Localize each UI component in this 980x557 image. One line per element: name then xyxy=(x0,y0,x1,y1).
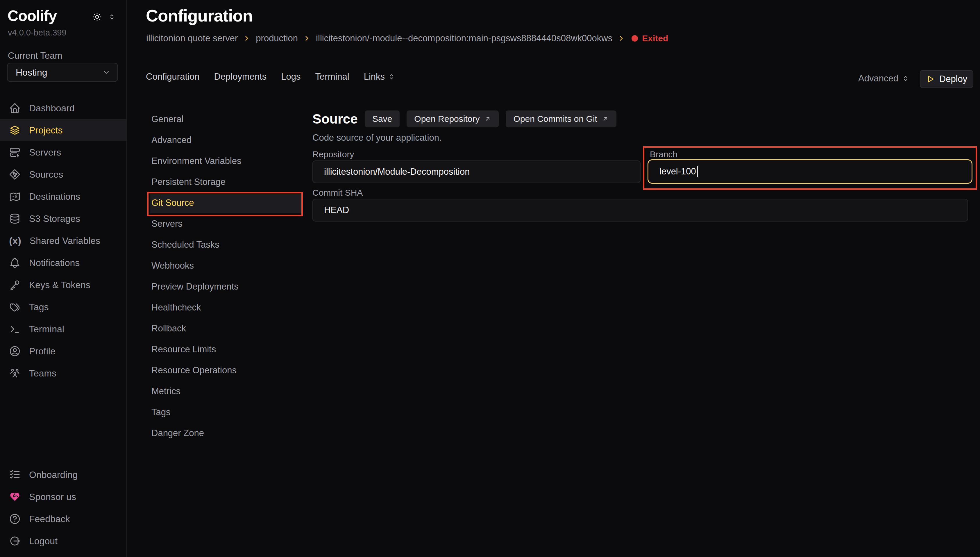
sidebar-item-onboarding[interactable]: Onboarding xyxy=(0,464,127,486)
team-select[interactable]: Hosting xyxy=(7,63,118,82)
server-icon xyxy=(9,146,21,158)
repository-input[interactable]: illicitestonion/Module-Decomposition xyxy=(312,160,640,183)
subnav-item-persistent-storage[interactable]: Persistent Storage xyxy=(150,171,301,192)
heart-handshake-icon xyxy=(9,491,21,503)
subnav-item-environment-variables[interactable]: Environment Variables xyxy=(150,151,301,171)
sidebar-nav: Dashboard Projects Servers Sources Desti… xyxy=(0,97,127,384)
home-icon xyxy=(9,102,21,114)
sidebar-item-profile[interactable]: Profile xyxy=(0,340,127,362)
tab-links[interactable]: Links xyxy=(364,72,395,82)
sidebar-footer-nav: Onboarding Sponsor us Feedback Logout xyxy=(0,464,127,552)
subnav-item-scheduled-tasks[interactable]: Scheduled Tasks xyxy=(150,234,301,255)
sidebar-item-s3-storages[interactable]: S3 Storages xyxy=(0,208,127,230)
sidebar-item-label: Onboarding xyxy=(29,469,78,480)
subnav-item-resource-limits[interactable]: Resource Limits xyxy=(150,339,301,360)
tab-configuration[interactable]: Configuration xyxy=(146,72,199,82)
breadcrumb-application[interactable]: illicitestonion/-module--decomposition:m… xyxy=(316,33,612,44)
page-title: Configuration xyxy=(146,6,253,25)
subnav-item-preview-deployments[interactable]: Preview Deployments xyxy=(150,276,301,297)
sidebar-item-label: Notifications xyxy=(29,257,80,268)
commit-sha-input[interactable]: HEAD xyxy=(312,199,968,221)
status-dot-icon xyxy=(632,35,638,42)
sidebar-item-keys-tokens[interactable]: Keys & Tokens xyxy=(0,274,127,296)
source-description: Code source of your application. xyxy=(312,133,442,143)
tab-logs[interactable]: Logs xyxy=(281,72,301,82)
layers-icon xyxy=(9,124,21,136)
subnav-item-danger-zone[interactable]: Danger Zone xyxy=(150,423,301,444)
play-icon xyxy=(926,75,934,83)
selector-icon xyxy=(902,75,909,82)
status-label: Exited xyxy=(642,33,668,43)
branch-input[interactable]: level-100 xyxy=(647,159,972,184)
database-icon xyxy=(9,212,21,225)
sidebar-item-notifications[interactable]: Notifications xyxy=(0,252,127,274)
deploy-button[interactable]: Deploy xyxy=(920,70,973,88)
open-repository-button[interactable]: Open Repository xyxy=(406,111,499,127)
config-subnav: General Advanced Environment Variables P… xyxy=(150,109,301,444)
tab-terminal[interactable]: Terminal xyxy=(315,72,349,82)
sidebar-item-label: Shared Variables xyxy=(30,236,100,246)
subnav-item-general[interactable]: General xyxy=(150,109,301,130)
subnav-item-git-source[interactable]: Git Source xyxy=(150,192,301,213)
subnav-item-advanced[interactable]: Advanced xyxy=(150,130,301,151)
tab-deployments[interactable]: Deployments xyxy=(214,72,267,82)
sidebar-item-sources[interactable]: Sources xyxy=(0,163,127,186)
sidebar-item-terminal[interactable]: Terminal xyxy=(0,318,127,340)
sidebar-item-dashboard[interactable]: Dashboard xyxy=(0,97,127,119)
subnav-item-resource-operations[interactable]: Resource Operations xyxy=(150,360,301,381)
sidebar-item-label: Projects xyxy=(29,125,63,136)
deploy-label: Deploy xyxy=(939,74,967,84)
sidebar-item-label: Servers xyxy=(29,147,61,158)
terminal-icon xyxy=(9,323,21,335)
sun-icon[interactable] xyxy=(92,11,102,22)
external-link-icon xyxy=(484,116,491,122)
sidebar-item-shared-variables[interactable]: (x) Shared Variables xyxy=(0,230,127,252)
map-icon xyxy=(9,191,21,203)
sidebar-item-label: S3 Storages xyxy=(29,213,80,224)
sidebar-item-teams[interactable]: Teams xyxy=(0,362,127,384)
external-link-icon xyxy=(602,116,609,122)
subnav-item-servers[interactable]: Servers xyxy=(150,213,301,234)
users-icon xyxy=(9,367,21,379)
tab-links-label: Links xyxy=(364,72,385,82)
save-button[interactable]: Save xyxy=(365,111,400,127)
key-icon xyxy=(9,279,21,291)
advanced-menu[interactable]: Advanced xyxy=(858,73,909,84)
sidebar-item-destinations[interactable]: Destinations xyxy=(0,186,127,208)
branch-value: level-100 xyxy=(660,166,696,177)
commit-sha-label: Commit SHA xyxy=(312,188,363,198)
subnav-item-metrics[interactable]: Metrics xyxy=(150,381,301,402)
text-cursor xyxy=(697,166,698,178)
sidebar-item-label: Dashboard xyxy=(29,103,75,114)
sidebar: Coolify v4.0.0-beta.399 Current Team Hos… xyxy=(0,0,127,557)
subnav-item-healthcheck[interactable]: Healthcheck xyxy=(150,297,301,318)
chevron-down-icon xyxy=(102,68,111,77)
breadcrumb-project[interactable]: illicitonion quote server xyxy=(146,33,238,44)
sidebar-item-label: Tags xyxy=(29,302,49,313)
sidebar-item-sponsor-us[interactable]: Sponsor us xyxy=(0,486,127,508)
sidebar-item-feedback[interactable]: Feedback xyxy=(0,508,127,530)
open-commits-label: Open Commits on Git xyxy=(513,114,597,124)
sidebar-item-label: Sources xyxy=(29,169,63,180)
commit-sha-value: HEAD xyxy=(324,205,349,215)
sidebar-item-label: Terminal xyxy=(29,324,64,335)
app-logo[interactable]: Coolify xyxy=(8,7,57,24)
subnav-item-tags[interactable]: Tags xyxy=(150,402,301,423)
sidebar-item-label: Profile xyxy=(29,346,55,357)
sidebar-item-tags[interactable]: Tags xyxy=(0,296,127,318)
branch-label: Branch xyxy=(650,150,678,159)
selector-icon xyxy=(388,73,395,80)
breadcrumb-environment[interactable]: production xyxy=(256,33,298,44)
sidebar-item-label: Teams xyxy=(29,368,56,379)
help-circle-icon xyxy=(9,513,21,525)
sidebar-item-logout[interactable]: Logout xyxy=(0,530,127,552)
open-commits-button[interactable]: Open Commits on Git xyxy=(506,111,616,127)
subnav-item-rollback[interactable]: Rollback xyxy=(150,318,301,339)
subnav-item-webhooks[interactable]: Webhooks xyxy=(150,255,301,276)
sidebar-item-label: Keys & Tokens xyxy=(29,280,90,290)
repository-value: illicitestonion/Module-Decomposition xyxy=(324,166,470,177)
theme-selector-icon[interactable] xyxy=(108,13,116,21)
sidebar-item-projects[interactable]: Projects xyxy=(0,119,127,141)
sidebar-item-label: Logout xyxy=(29,536,57,547)
sidebar-item-servers[interactable]: Servers xyxy=(0,141,127,163)
